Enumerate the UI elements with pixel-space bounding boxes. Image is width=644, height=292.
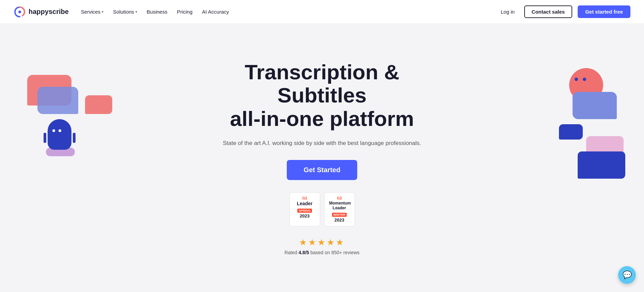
nav-link-ai-accuracy[interactable]: AI Accuracy bbox=[202, 9, 229, 15]
right-bubble-blue bbox=[573, 92, 617, 119]
badge-g2-label-1: G2 bbox=[295, 196, 315, 200]
left-bubble-blue bbox=[37, 87, 78, 114]
nav-item-solutions[interactable]: Solutions ▾ bbox=[113, 9, 137, 15]
right-character-eyes bbox=[575, 78, 586, 81]
logo-text: happyscribe bbox=[29, 8, 69, 16]
hero-subtitle: State of the art A.I. working side by si… bbox=[213, 139, 431, 148]
right-character-eye-right bbox=[583, 78, 586, 81]
svg-point-0 bbox=[18, 11, 21, 13]
stars-section: ★★★★★ Rated 4.8/5 based on 850+ reviews bbox=[213, 237, 431, 255]
nav-left: happyscribe Services ▾ Solutions ▾ Busin… bbox=[14, 6, 229, 18]
nav-link-business[interactable]: Business bbox=[147, 9, 167, 15]
character-eye-left bbox=[52, 129, 55, 132]
hero-title: Transcription & Subtitles all-in-one pla… bbox=[213, 61, 431, 130]
character-body bbox=[48, 119, 71, 150]
hero-content: Transcription & Subtitles all-in-one pla… bbox=[213, 61, 431, 255]
stars-rating-value: 4.8/5 bbox=[298, 250, 309, 255]
badge-title-2: Momentum Leader bbox=[329, 201, 350, 210]
badge-year-1: 2023 bbox=[295, 213, 315, 218]
chat-widget[interactable]: 💬 bbox=[618, 266, 636, 284]
character-eye-right bbox=[59, 129, 61, 132]
nav-item-business[interactable]: Business bbox=[147, 9, 167, 15]
nav-link-services[interactable]: Services ▾ bbox=[81, 9, 104, 15]
badges-container: G2 Leader SPRING 2023 G2 Momentum Leader… bbox=[213, 192, 431, 226]
right-character-eye-left bbox=[575, 78, 578, 81]
logo-icon bbox=[14, 6, 26, 18]
nav-item-pricing[interactable]: Pricing bbox=[177, 9, 193, 15]
nav-link-pricing[interactable]: Pricing bbox=[177, 9, 193, 15]
nav-link-solutions[interactable]: Solutions ▾ bbox=[113, 9, 137, 15]
chevron-down-icon: ▾ bbox=[102, 10, 103, 14]
logo-link[interactable]: happyscribe bbox=[14, 6, 69, 18]
login-button[interactable]: Log in bbox=[497, 6, 519, 17]
left-bubble-pink-small bbox=[85, 95, 112, 114]
chevron-down-icon: ▾ bbox=[135, 10, 137, 14]
badge-year-2: 2023 bbox=[329, 217, 350, 223]
nav-right: Log in Contact sales Get started free bbox=[497, 5, 630, 18]
nav-item-services[interactable]: Services ▾ bbox=[81, 9, 104, 15]
contact-sales-button[interactable]: Contact sales bbox=[524, 5, 573, 18]
badge-momentum-leader: G2 Momentum Leader WINTER 2023 bbox=[324, 192, 355, 226]
badge-g2-label-2: G2 bbox=[329, 196, 350, 200]
character-eyes bbox=[52, 129, 61, 132]
get-started-hero-button[interactable]: Get Started bbox=[287, 160, 358, 180]
badge-sub-1: SPRING bbox=[297, 209, 312, 213]
badge-title-1: Leader bbox=[295, 201, 315, 206]
hero-section: Transcription & Subtitles all-in-one pla… bbox=[0, 24, 644, 292]
right-bubble-dark-blue bbox=[578, 151, 625, 179]
get-started-nav-button[interactable]: Get started free bbox=[578, 5, 630, 18]
navbar: happyscribe Services ▾ Solutions ▾ Busin… bbox=[0, 0, 644, 24]
nav-links: Services ▾ Solutions ▾ Business Pricing bbox=[81, 9, 229, 15]
stars-rating-text: Rated 4.8/5 based on 850+ reviews bbox=[213, 250, 431, 255]
character-arm-left bbox=[44, 133, 46, 143]
badge-sub-2: WINTER bbox=[332, 213, 347, 217]
left-character bbox=[46, 119, 73, 160]
star-icons: ★★★★★ bbox=[213, 237, 431, 248]
character-arm-right bbox=[73, 133, 76, 143]
nav-item-ai-accuracy[interactable]: AI Accuracy bbox=[202, 9, 229, 15]
chat-icon: 💬 bbox=[623, 271, 632, 279]
right-bubble-dark bbox=[559, 124, 583, 140]
badge-leader: G2 Leader SPRING 2023 bbox=[290, 192, 320, 226]
